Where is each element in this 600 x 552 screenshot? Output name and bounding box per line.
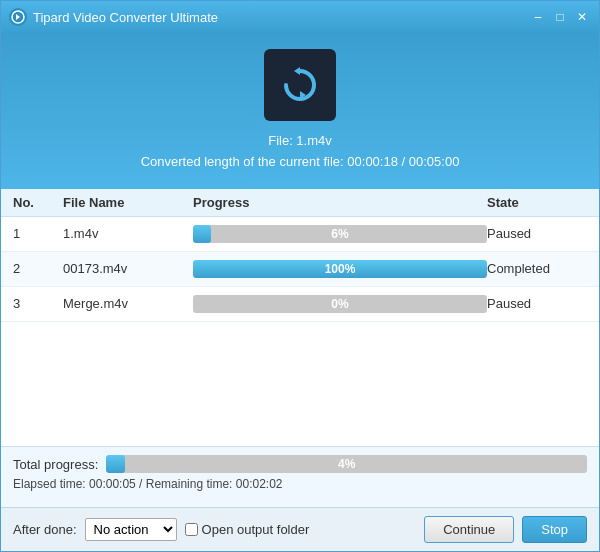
col-state: State <box>487 195 587 210</box>
close-button[interactable]: ✕ <box>573 9 591 25</box>
converted-length: Converted length of the current file: 00… <box>141 152 460 173</box>
col-filename: File Name <box>63 195 193 210</box>
cell-progress: 0% <box>193 295 487 313</box>
cell-progress: 6% <box>193 225 487 243</box>
cell-progress: 100% <box>193 260 487 278</box>
convert-icon <box>278 63 322 107</box>
stop-button[interactable]: Stop <box>522 516 587 543</box>
elapsed-time: Elapsed time: 00:00:05 / Remaining time:… <box>13 477 587 491</box>
window-title: Tipard Video Converter Ultimate <box>33 10 529 25</box>
main-window: Tipard Video Converter Ultimate – □ ✕ Fi… <box>0 0 600 552</box>
table-row: 3 Merge.m4v 0% Paused <box>1 287 599 322</box>
table-row: 1 1.m4v 6% Paused <box>1 217 599 252</box>
open-output-label: Open output folder <box>202 522 310 537</box>
window-controls: – □ ✕ <box>529 9 591 25</box>
cell-filename: 1.m4v <box>63 226 193 241</box>
file-info: File: 1.m4v Converted length of the curr… <box>141 131 460 173</box>
open-output-checkbox[interactable] <box>185 523 198 536</box>
table-rows-container: 1 1.m4v 6% Paused 2 00173.m4v 100% Compl… <box>1 217 599 322</box>
continue-button[interactable]: Continue <box>424 516 514 543</box>
after-done-label: After done: <box>13 522 77 537</box>
minimize-button[interactable]: – <box>529 9 547 25</box>
footer: After done: No actionExitShut downHibern… <box>1 507 599 551</box>
cell-state: Paused <box>487 226 587 241</box>
total-progress-row: Total progress: 4% <box>13 455 587 473</box>
table-row: 2 00173.m4v 100% Completed <box>1 252 599 287</box>
cell-filename: Merge.m4v <box>63 296 193 311</box>
table-header: No. File Name Progress State <box>1 189 599 217</box>
table-area: No. File Name Progress State 1 1.m4v 6% … <box>1 189 599 446</box>
col-no: No. <box>13 195 63 210</box>
bottom-area: Total progress: 4% Elapsed time: 00:00:0… <box>1 446 599 507</box>
cell-filename: 00173.m4v <box>63 261 193 276</box>
convert-icon-box <box>264 49 336 121</box>
cell-no: 2 <box>13 261 63 276</box>
after-done-select[interactable]: No actionExitShut downHibernateStandby <box>85 518 177 541</box>
file-label: File: 1.m4v <box>141 131 460 152</box>
title-bar: Tipard Video Converter Ultimate – □ ✕ <box>1 1 599 33</box>
maximize-button[interactable]: □ <box>551 9 569 25</box>
cell-state: Paused <box>487 296 587 311</box>
cell-state: Completed <box>487 261 587 276</box>
open-output-checkbox-area: Open output folder <box>185 522 310 537</box>
col-progress: Progress <box>193 195 487 210</box>
total-progress-bar: 4% <box>106 455 587 473</box>
total-progress-text: 4% <box>106 455 587 473</box>
total-progress-label: Total progress: <box>13 457 98 472</box>
cell-no: 1 <box>13 226 63 241</box>
app-icon <box>9 8 27 26</box>
header-area: File: 1.m4v Converted length of the curr… <box>1 33 599 189</box>
cell-no: 3 <box>13 296 63 311</box>
